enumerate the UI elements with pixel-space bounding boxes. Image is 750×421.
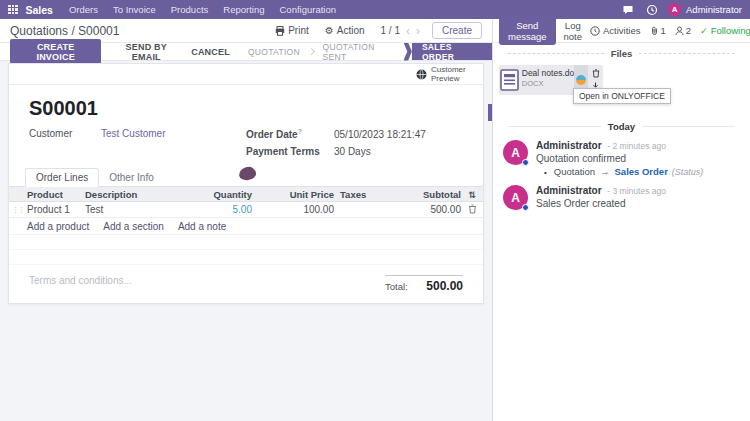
tracking-field-name: (Status) [672, 167, 704, 177]
bullet-icon: • [544, 168, 547, 177]
trash-icon [592, 69, 600, 78]
apps-menu-icon[interactable] [8, 5, 18, 15]
order-date-field-label: Order Date? [246, 128, 334, 140]
date-divider: Today [501, 121, 742, 132]
col-description: Description [85, 189, 180, 200]
cell-product[interactable]: Product 1 [27, 204, 85, 215]
col-subtotal: Subtotal [395, 189, 461, 200]
cell-subtotal: 500.00 [395, 204, 461, 215]
customer-preview-button[interactable]: Customer Preview [416, 65, 473, 83]
following-button[interactable]: ✓ Following [700, 25, 750, 36]
chatter-header: Send message Log note Activities 1 2 ✓ F… [493, 19, 750, 43]
step-quotation-sent[interactable]: QUOTATION SENT [315, 42, 404, 62]
total-label: Total: [385, 281, 408, 292]
breadcrumb-parent[interactable]: Quotations [10, 24, 68, 38]
breadcrumb: Quotations / S00001 [10, 24, 119, 38]
doc-icon [500, 69, 519, 91]
top-navbar: Sales Orders To Invoice Products Reporti… [0, 0, 750, 19]
sheet-footer: Terms and conditions... Total: 500.00 [9, 265, 483, 293]
message-author[interactable]: Administrator [536, 140, 602, 151]
order-date-field-value[interactable]: 05/10/2023 18:21:47 [334, 129, 426, 140]
presence-dot [522, 204, 529, 211]
document-thumbnail [499, 65, 520, 95]
cell-quantity[interactable]: 5.00 [180, 204, 252, 215]
form-sheet: Customer Preview S00001 Customer Test Cu… [8, 63, 484, 304]
presence-dot [522, 159, 529, 166]
pager-next-icon[interactable]: › [416, 24, 420, 38]
attachment-name[interactable]: Deal notes.docx [522, 68, 574, 78]
log-note-button[interactable]: Log note [556, 17, 590, 45]
onlyoffice-icon [576, 75, 586, 85]
table-row[interactable]: ⋮⋮ Product 1 Test 5.00 100.00 500.00 [9, 202, 483, 218]
action-button[interactable]: ⚙ Action [325, 25, 365, 36]
status-bar: CREATE INVOICE SEND BY EMAIL CANCEL QUOT… [0, 43, 492, 61]
messages-icon[interactable] [622, 4, 634, 16]
nav-item-products[interactable]: Products [171, 4, 209, 15]
field-group: Customer Test Customer Order Date? 05/10… [9, 124, 483, 163]
arrow-right-icon: → [600, 166, 610, 177]
activities-clock-icon[interactable] [646, 4, 658, 16]
message-timestamp: - 3 minutes ago [607, 186, 666, 196]
table-header-row: Product Description Quantity Unit Price … [9, 187, 483, 202]
pager-prev-icon[interactable]: ‹ [406, 24, 410, 38]
print-label: Print [288, 25, 309, 36]
attachments-counter[interactable]: 1 [650, 25, 666, 36]
main-left-region: Quotations / S00001 Print ⚙ Action 1 / 1… [0, 19, 492, 421]
scrollbar-thumb[interactable] [488, 104, 492, 121]
terms-and-conditions-input[interactable]: Terms and conditions... [29, 275, 132, 293]
drag-handle-icon[interactable]: ⋮⋮ [9, 206, 27, 214]
cancel-button[interactable]: CANCEL [191, 47, 230, 57]
payment-terms-field-value[interactable]: 30 Days [334, 146, 371, 157]
send-by-email-button[interactable]: SEND BY EMAIL [111, 42, 181, 62]
pager: 1 / 1 ‹ › [381, 24, 420, 38]
message-avatar[interactable]: A [503, 140, 528, 165]
create-button[interactable]: Create [432, 22, 482, 39]
chatter-message: A Administrator - 2 minutes ago Quotatio… [493, 132, 750, 177]
preview-bar: Customer Preview [9, 64, 483, 85]
message-avatar[interactable]: A [503, 185, 528, 210]
user-avatar[interactable]: A [668, 3, 681, 16]
step-quotation[interactable]: QUOTATION [240, 47, 308, 57]
nav-item-configuration[interactable]: Configuration [279, 4, 336, 15]
col-quantity: Quantity [180, 189, 252, 200]
customer-field-value[interactable]: Test Customer [101, 128, 165, 139]
optional-columns-icon[interactable]: ⇅ [468, 190, 476, 200]
cell-description[interactable]: Test [85, 204, 180, 215]
nav-item-orders[interactable]: Orders [69, 4, 98, 15]
step-sales-order[interactable]: SALES ORDER [412, 43, 492, 60]
cell-unit-price[interactable]: 100.00 [252, 204, 334, 215]
printer-icon [275, 26, 285, 36]
col-unit-price: Unit Price [252, 189, 334, 200]
delete-row-button[interactable] [461, 204, 483, 216]
chatter-message: A Administrator - 3 minutes ago Sales Or… [493, 177, 750, 210]
payment-terms-field-label: Payment Terms [246, 146, 334, 157]
form-background: Customer Preview S00001 Customer Test Cu… [0, 61, 492, 421]
delete-attachment-button[interactable] [592, 69, 600, 78]
user-name[interactable]: Administrator [686, 4, 742, 15]
followers-counter[interactable]: 2 [675, 25, 691, 36]
breadcrumb-current: S00001 [78, 24, 119, 38]
tracking-old-value: Quotation [554, 166, 595, 177]
tracking-new-value[interactable]: Sales Order [615, 166, 668, 177]
empty-table-row [9, 250, 483, 265]
nav-item-to-invoice[interactable]: To Invoice [113, 4, 156, 15]
customer-field-label: Customer [29, 128, 101, 139]
gear-icon: ⚙ [325, 25, 334, 36]
pager-counter: 1 / 1 [381, 25, 400, 36]
help-icon: ? [298, 128, 302, 135]
add-a-note-link[interactable]: Add a note [178, 221, 226, 232]
tab-order-lines[interactable]: Order Lines [25, 168, 99, 187]
message-author[interactable]: Administrator [536, 185, 602, 196]
total-box: Total: 500.00 [385, 275, 463, 293]
app-name[interactable]: Sales [26, 4, 53, 16]
add-a-product-link[interactable]: Add a product [27, 221, 89, 232]
record-title: S00001 [9, 85, 483, 124]
print-button[interactable]: Print [275, 25, 309, 36]
send-message-button[interactable]: Send message [499, 16, 556, 45]
message-body: Quotation confirmed [536, 153, 703, 164]
nav-item-reporting[interactable]: Reporting [223, 4, 264, 15]
followers-count: 2 [686, 25, 691, 36]
tab-other-info[interactable]: Other Info [99, 169, 163, 186]
add-a-section-link[interactable]: Add a section [103, 221, 164, 232]
activities-button[interactable]: Activities [590, 25, 640, 36]
